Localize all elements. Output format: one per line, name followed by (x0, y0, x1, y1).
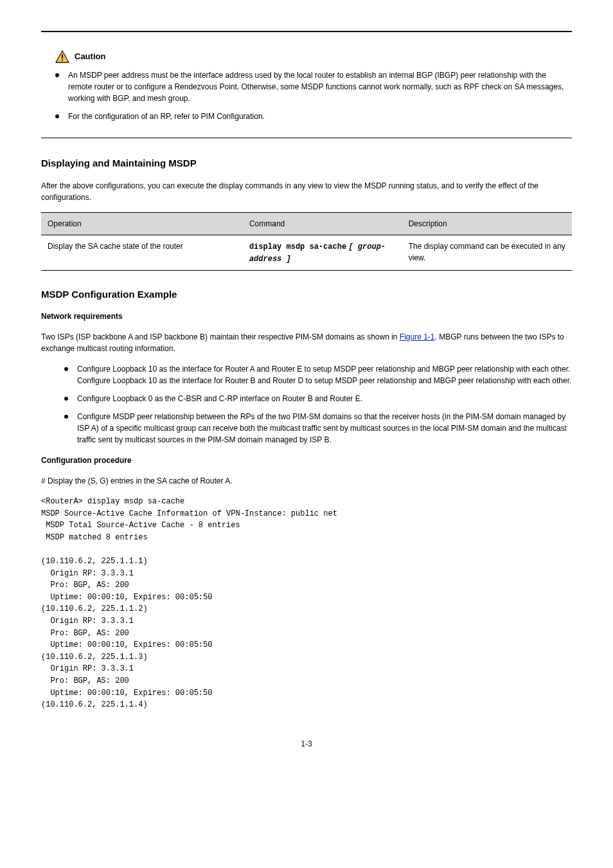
svg-rect-1 (62, 54, 63, 58)
caution-label: Caution (75, 50, 105, 63)
table-cell-command: display msdp sa-cache [ group-address ] (243, 235, 402, 270)
list-item: Configure Loopback 0 as the C-BSR and C-… (64, 393, 572, 404)
page-number: 1-3 (41, 738, 572, 750)
subheading-network-requirements: Network requirements (41, 311, 572, 322)
caution-item: For the configuration of an RP, refer to… (55, 111, 572, 122)
table-cell-operation: Display the SA cache state of the router (41, 235, 243, 270)
table-header-operation: Operation (41, 212, 243, 235)
svg-rect-2 (62, 60, 63, 61)
list-item: Configure MSDP peer relationship between… (64, 411, 572, 446)
requirements-intro: Two ISPs (ISP backbone A and ISP backbon… (41, 331, 572, 354)
caution-list: An MSDP peer address must be the interfa… (41, 69, 572, 122)
page-top-rule (41, 31, 572, 32)
table-header-description: Description (402, 212, 572, 235)
cli-output-body: MSDP Source-Active Cache Information of … (41, 509, 337, 710)
table-header-row: Operation Command Description (41, 212, 572, 235)
table-cell-description: The display command can be executed in a… (402, 235, 572, 270)
section-heading-display-maintain: Displaying and Maintaining MSDP (41, 156, 572, 171)
table-row: Display the SA cache state of the router… (41, 235, 572, 270)
subheading-config-procedure: Configuration procedure (41, 455, 572, 466)
table-header-command: Command (243, 212, 402, 235)
cli-command-line: <RouterA> display msdp sa-cache (41, 497, 184, 506)
display-intro-paragraph: After the above configurations, you can … (41, 180, 572, 203)
figure-link[interactable]: Figure 1-1 (400, 332, 435, 341)
cli-output: <RouterA> display msdp sa-cache MSDP Sou… (41, 496, 572, 711)
caution-heading: Caution (41, 50, 572, 63)
display-command-table: Operation Command Description Display th… (41, 212, 572, 271)
cmd-token: sa-cache (310, 242, 347, 251)
warning-triangle-icon (55, 50, 69, 63)
caution-item: An MSDP peer address must be the interfa… (55, 69, 572, 104)
requirements-bullet-list: Configure Loopback 10 as the interface f… (41, 363, 572, 446)
list-item: Configure Loopback 10 as the interface f… (64, 363, 572, 386)
config-step-text: # Display the (S, G) entries in the SA c… (41, 475, 572, 487)
caution-block: Caution An MSDP peer address must be the… (41, 50, 572, 138)
req-intro-text-1: Two ISPs (ISP backbone A and ISP backbon… (41, 332, 400, 341)
cmd-token: display msdp (249, 242, 305, 251)
section-heading-example: MSDP Configuration Example (41, 287, 572, 302)
